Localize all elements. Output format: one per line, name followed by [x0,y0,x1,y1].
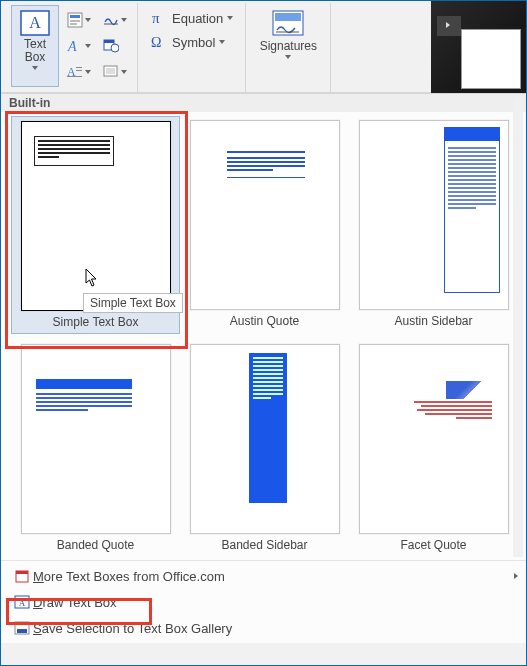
save-selection-label: Save Selection to Text Box Gallery [33,621,232,636]
signature-line-small[interactable] [99,9,131,31]
chevron-down-icon [85,70,91,74]
symbol-button[interactable]: Ω Symbol [144,31,231,53]
draw-textbox-icon: A [14,595,30,609]
textbox-button[interactable]: A Text Box [11,5,59,87]
date-time-icon [103,38,119,54]
object-icon [103,64,119,80]
svg-rect-8 [76,67,82,68]
textbox-label: Text Box [24,38,46,64]
equation-label: Equation [172,11,223,26]
omega-icon: Ω [150,33,168,51]
chevron-down-icon [219,40,225,44]
signature-small-icon [103,12,119,28]
gallery-header: Built-in [1,94,527,112]
chevron-right-icon [446,22,450,28]
draw-textbox-item[interactable]: A Draw Text Box [1,589,527,615]
text-tools-stack: A A [63,5,95,83]
gallery-scrollbar[interactable] [513,97,523,557]
wordart-button[interactable]: A [63,35,95,57]
dropcap-button[interactable]: A [63,61,95,83]
svg-rect-27 [17,629,27,633]
date-time-button[interactable] [99,35,131,57]
svg-point-14 [111,44,119,52]
pi-icon: π [150,9,168,27]
gallery-item-label: Simple Text Box [53,315,139,329]
more-textboxes-label: MMore Text Boxes from Office.comore Text… [33,569,225,584]
symbol-label: Symbol [172,35,215,50]
more-textboxes-item[interactable]: MMore Text Boxes from Office.comore Text… [1,563,527,589]
textbox-icon: A [20,10,50,36]
svg-rect-10 [67,76,82,77]
svg-rect-4 [70,20,80,22]
gallery-item-austin-sidebar[interactable]: Austin Sidebar [349,116,518,334]
chevron-down-icon [285,55,291,59]
draw-textbox-label: Draw Text Box [33,595,117,610]
signatures-label: Signatures [260,40,317,53]
ribbon-group-symbols: π Equation Ω Symbol [138,3,246,92]
text-tools-stack-2 [99,5,131,83]
chevron-down-icon [121,18,127,22]
document-backdrop [431,1,527,93]
svg-rect-13 [104,40,114,43]
signatures-button[interactable]: Signatures [252,5,324,87]
svg-rect-9 [76,70,82,71]
svg-text:A: A [19,598,26,608]
textbox-gallery-panel: Built-in Simple Text Box [1,93,527,643]
chevron-down-icon [227,16,233,20]
ribbon-group-signatures: Signatures [246,3,331,92]
chevron-down-icon [85,44,91,48]
svg-rect-5 [70,23,77,25]
svg-text:Ω: Ω [151,35,161,50]
dropcap-icon: A [67,64,83,80]
gallery-item-facet-quote[interactable]: Facet Quote [349,340,518,556]
svg-rect-23 [16,571,28,574]
gallery-item-label: Austin Sidebar [394,314,472,328]
svg-rect-3 [70,15,80,18]
chevron-down-icon [121,70,127,74]
quick-parts-button[interactable] [63,9,95,31]
equation-button[interactable]: π Equation [144,7,239,29]
signature-icon [271,10,305,38]
gallery-item-label: Facet Quote [400,538,466,552]
collapse-tab[interactable] [437,16,461,36]
chevron-down-icon [85,18,91,22]
gallery-item-label: Banded Sidebar [221,538,307,552]
save-selection-item[interactable]: Save Selection to Text Box Gallery [1,615,527,641]
chevron-down-icon [32,66,38,70]
svg-rect-20 [275,13,301,21]
gallery-item-label: Banded Quote [57,538,134,552]
gallery-item-banded-sidebar[interactable]: Banded Sidebar [180,340,349,556]
gallery-item-banded-quote[interactable]: Banded Quote [11,340,180,556]
svg-text:π: π [152,10,160,26]
save-gallery-icon [14,621,30,635]
svg-rect-16 [106,68,115,74]
svg-text:A: A [29,14,41,31]
gallery-item-label: Austin Quote [230,314,299,328]
office-icon [14,568,30,584]
gallery-item-austin-quote[interactable]: Austin Quote [180,116,349,334]
object-button[interactable] [99,61,131,83]
chevron-right-icon [514,573,518,579]
wordart-icon: A [67,38,83,54]
svg-text:A: A [67,39,77,54]
gallery-footer: MMore Text Boxes from Office.comore Text… [1,560,527,643]
tooltip: Simple Text Box [83,293,183,313]
quick-parts-icon [67,12,83,28]
page-peek [461,29,521,89]
ribbon-group-text: A Text Box A A [5,3,138,92]
gallery-grid: Simple Text Box Austin Quote [1,112,527,560]
